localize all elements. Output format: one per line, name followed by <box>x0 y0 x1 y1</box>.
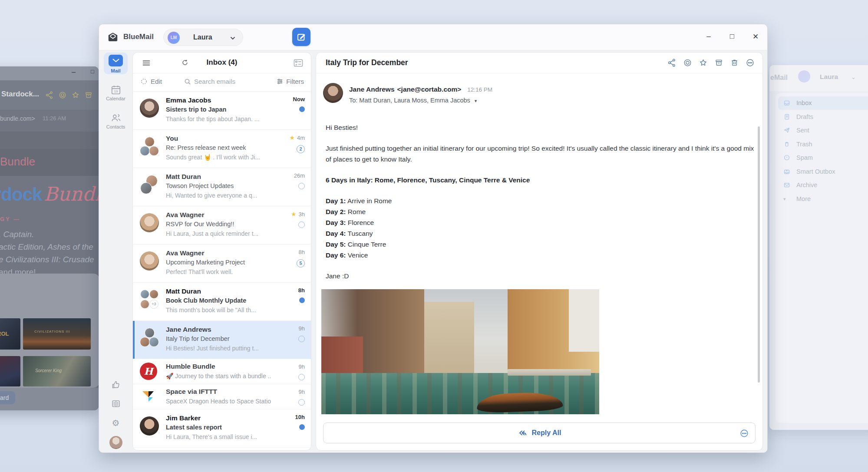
thread-count-badge[interactable]: 2 <box>297 145 305 153</box>
caret-down-icon[interactable]: ▾ <box>475 98 477 103</box>
reply-all-button[interactable]: Reply All <box>323 422 756 443</box>
profile-button[interactable] <box>104 436 128 449</box>
star-icon[interactable] <box>71 91 80 99</box>
folder-label: Spam <box>796 154 813 161</box>
email-time: 9h <box>299 325 305 332</box>
sender-avatar[interactable] <box>323 83 343 103</box>
read-ring[interactable] <box>298 183 305 189</box>
email-list-item[interactable]: +3Matt DuranBook Club Monthly UpdateThis… <box>133 283 311 321</box>
read-ring[interactable] <box>298 336 305 342</box>
bg-left-line: actic Edition, Ashes of the <box>0 241 94 253</box>
email-subject: Latest sales report <box>166 424 271 431</box>
email-list-item[interactable]: Jim BarkerLatest sales reportHi Laura, T… <box>133 409 311 448</box>
avatar <box>140 137 159 156</box>
bg-left-logo-blue: rdock <box>0 184 42 205</box>
app-name: BlueMail <box>123 33 154 41</box>
titlebar: BlueMail LM Laura – □ ✕ <box>99 24 767 50</box>
game-thumbnail[interactable]: CIVILIZATIONS III <box>23 318 91 350</box>
folder-item-sent[interactable]: Sent <box>778 124 868 137</box>
search-input[interactable]: Search emails <box>184 78 235 85</box>
maximize-icon[interactable]: □ <box>91 68 94 75</box>
minimize-button[interactable]: – <box>697 25 720 48</box>
email-sender: Matt Duran <box>166 173 271 181</box>
avatar <box>140 416 159 436</box>
folder-item-inbox[interactable]: Inbox4 <box>778 96 868 110</box>
sidebar-item-contacts[interactable]: Contacts <box>104 112 128 129</box>
sidebar-item-mail[interactable]: Mail <box>104 53 128 74</box>
archive-icon[interactable] <box>714 58 723 67</box>
email-time: 3h <box>299 211 305 218</box>
share-icon[interactable] <box>45 91 54 99</box>
email-preview: Perfect! That'll work well. <box>166 268 274 275</box>
unread-dot[interactable] <box>299 297 305 303</box>
email-list-item[interactable]: Matt DuranTowson Project UpdatesHi, Want… <box>133 168 311 206</box>
email-list-item[interactable]: Ava WagnerUpcoming Marketing ProjectPerf… <box>133 244 311 283</box>
email-subject: Book Club Monthly Update <box>166 297 271 304</box>
email-list-item[interactable]: Space via IFTTTSpaceX Dragon Heads to Sp… <box>133 384 311 409</box>
folder-item-spam[interactable]: Spam <box>778 151 868 165</box>
archive-icon[interactable] <box>84 91 93 99</box>
thread-count-badge[interactable]: 5 <box>297 259 305 267</box>
reading-list-button[interactable] <box>104 399 128 409</box>
bg-right-account-name[interactable]: Laura <box>820 73 838 81</box>
background-window-right[interactable]: eMail Laura ⌄ Inbox4Drafts2SentTrashSpam… <box>769 65 868 430</box>
folder-item-more[interactable]: ▾More⊕ <box>778 192 868 206</box>
itinerary-list: Day 1: Arrive in RomeDay 2: RomeDay 3: F… <box>326 195 755 261</box>
compose-button[interactable] <box>292 28 310 46</box>
sidebar-item-calendar[interactable]: 19 Calendar <box>104 84 128 101</box>
email-list-item[interactable]: Emma JacobsSisters trip to JapanThanks f… <box>133 92 311 130</box>
more-icon[interactable] <box>746 58 755 67</box>
more-icon[interactable] <box>739 429 749 438</box>
recipients-line[interactable]: To: Matt Duran, Laura Moss, Emma Jacobs▾ <box>349 97 477 104</box>
folder-label: Smart Outbox <box>796 168 835 175</box>
folder-item-archive[interactable]: Archive <box>778 178 868 192</box>
email-list-item[interactable]: YouRe: Press release next weekSounds gre… <box>133 130 311 168</box>
game-thumbnail[interactable]: ROL <box>0 318 20 350</box>
chevron-down-icon[interactable]: ⌄ <box>851 74 856 80</box>
body-paragraph: Just finished putting together an initia… <box>326 143 755 165</box>
folder-item-trash[interactable]: Trash <box>778 138 868 151</box>
sent-icon <box>783 127 790 134</box>
minimize-icon[interactable]: – <box>72 68 76 76</box>
close-button[interactable]: ✕ <box>744 25 767 48</box>
maximize-button[interactable]: □ <box>720 25 744 48</box>
bg-left-tagline: GY — <box>0 216 20 222</box>
star-icon[interactable]: ★ <box>289 134 295 141</box>
settings-button[interactable]: ⚙ <box>104 418 128 428</box>
card-view-icon[interactable] <box>293 57 304 69</box>
read-ring[interactable] <box>298 221 305 228</box>
background-window-left[interactable]: – □ Stardock... bundle.com> 11:26 AM Bun… <box>0 66 99 410</box>
email-subject: Italy Trip for December <box>166 335 271 342</box>
game-thumbnail[interactable] <box>0 356 20 386</box>
filters-button[interactable]: Filters <box>277 78 304 85</box>
folder-item-drafts[interactable]: Drafts2 <box>778 110 868 124</box>
email-list: Emma JacobsSisters trip to JapanThanks f… <box>133 92 311 450</box>
status-circle-icon[interactable] <box>58 91 67 99</box>
folder-title: Inbox (4) <box>133 58 311 67</box>
feedback-button[interactable] <box>104 380 128 390</box>
folder-item-smart-outbox[interactable]: Smart Outbox7 <box>778 165 868 178</box>
read-ring[interactable] <box>298 374 305 380</box>
account-switcher[interactable]: LM Laura <box>163 29 243 46</box>
unread-dot[interactable] <box>299 424 305 430</box>
email-photo-venice[interactable] <box>321 289 599 414</box>
star-icon[interactable]: ★ <box>291 211 297 218</box>
bluemail-logo-icon <box>107 31 119 43</box>
email-preview: Thanks for the tips about Japan. ... <box>166 116 274 122</box>
chevron-down-icon <box>230 35 236 41</box>
email-list-item[interactable]: Ava WagnerRSVP for Our Wedding!!Hi Laura… <box>133 206 311 244</box>
share-icon[interactable] <box>667 58 677 67</box>
read-ring[interactable] <box>298 399 305 406</box>
email-sender: Jane Andrews <box>166 326 271 333</box>
unread-dot[interactable] <box>299 106 305 112</box>
scrollbar[interactable] <box>758 126 760 383</box>
status-circle-icon[interactable] <box>683 58 692 67</box>
edit-button[interactable]: Edit <box>141 78 162 85</box>
body-heading: 6 Days in Italy: Rome, Florence, Tuscany… <box>326 175 755 185</box>
trash-icon[interactable] <box>730 58 739 67</box>
star-icon[interactable] <box>699 58 708 67</box>
bg-left-button[interactable]: ard <box>0 391 15 404</box>
game-thumbnail[interactable]: Sorcerer King <box>23 356 91 386</box>
email-list-item[interactable]: Jane AndrewsItaly Trip for DecemberHi Be… <box>133 321 311 359</box>
email-list-item[interactable]: HHumble Bundle🚀 Journey to the stars wit… <box>133 359 311 384</box>
